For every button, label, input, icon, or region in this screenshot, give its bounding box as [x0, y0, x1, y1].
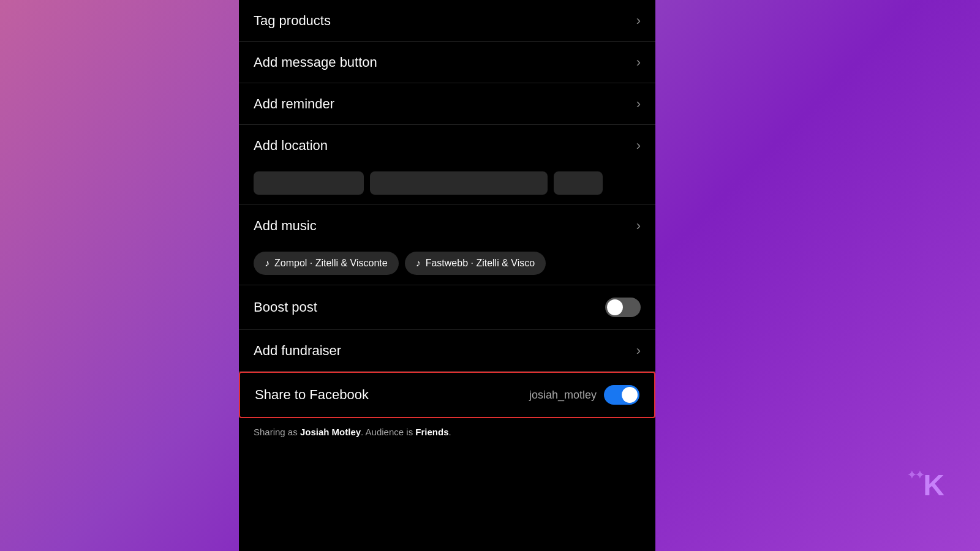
chevron-icon: ›: [636, 218, 641, 234]
boost-post-label: Boost post: [254, 299, 317, 315]
add-fundraiser-label: Add fundraiser: [254, 343, 341, 359]
k-logo-watermark: ✦✦K: [907, 468, 943, 502]
add-reminder-item[interactable]: Add reminder ›: [239, 83, 655, 125]
add-location-item[interactable]: Add location ›: [239, 125, 655, 167]
sharing-audience: Friends: [415, 427, 448, 437]
toggle-knob: [607, 299, 623, 315]
sharing-prefix: Sharing as: [254, 427, 300, 437]
add-reminder-label: Add reminder: [254, 96, 334, 112]
location-chip-3[interactable]: [554, 171, 603, 195]
share-facebook-toggle[interactable]: [604, 385, 639, 405]
music-note-icon: ♪: [265, 258, 270, 269]
toggle-knob: [622, 387, 638, 403]
chevron-icon: ›: [636, 138, 641, 154]
add-fundraiser-item[interactable]: Add fundraiser ›: [239, 330, 655, 372]
share-right: josiah_motley: [529, 385, 639, 405]
tag-products-label: Tag products: [254, 13, 331, 29]
boost-post-item: Boost post: [239, 285, 655, 330]
location-chips: [239, 167, 655, 205]
location-chip-2[interactable]: [370, 171, 548, 195]
music-chip-2-text: Fastwebb · Zitelli & Visco: [426, 258, 535, 269]
sharing-info: Sharing as Josiah Motley. Audience is Fr…: [239, 418, 655, 449]
music-note-icon: ♪: [416, 258, 421, 269]
add-music-label: Add music: [254, 218, 317, 234]
music-chip-2[interactable]: ♪ Fastwebb · Zitelli & Visco: [405, 252, 546, 275]
location-chip-1[interactable]: [254, 171, 364, 195]
sharing-mid: . Audience is: [361, 427, 415, 437]
chevron-icon: ›: [636, 96, 641, 112]
sharing-suffix: .: [449, 427, 451, 437]
share-to-facebook-label: Share to Facebook: [255, 387, 369, 403]
tag-products-item[interactable]: Tag products ›: [239, 0, 655, 42]
phone-panel: Tag products › Add message button › Add …: [239, 0, 655, 551]
music-chips: ♪ Zompol · Zitelli & Visconte ♪ Fastwebb…: [239, 247, 655, 285]
chevron-icon: ›: [636, 13, 641, 29]
sharing-name: Josiah Motley: [300, 427, 361, 437]
music-chip-1-text: Zompol · Zitelli & Visconte: [274, 258, 388, 269]
add-message-button-item[interactable]: Add message button ›: [239, 42, 655, 83]
chevron-icon: ›: [636, 343, 641, 359]
music-chip-1[interactable]: ♪ Zompol · Zitelli & Visconte: [254, 252, 399, 275]
add-location-label: Add location: [254, 138, 328, 154]
username-text: josiah_motley: [529, 389, 597, 402]
add-music-item[interactable]: Add music ›: [239, 205, 655, 247]
boost-post-toggle[interactable]: [605, 298, 641, 317]
share-left: Share to Facebook: [255, 387, 369, 403]
share-to-facebook-item[interactable]: Share to Facebook josiah_motley: [239, 372, 655, 418]
add-message-button-label: Add message button: [254, 54, 377, 70]
chevron-icon: ›: [636, 54, 641, 70]
